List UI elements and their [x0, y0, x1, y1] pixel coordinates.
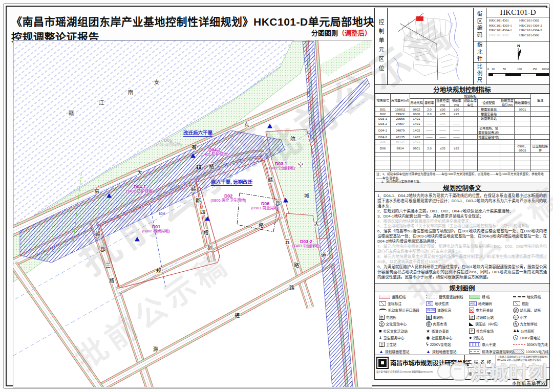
legend-hatch-gray-icon — [513, 350, 524, 354]
map-label-路: 路 — [203, 229, 209, 235]
map-label-路: 路 — [289, 285, 295, 291]
legend-item: 九九年制学校 — [513, 321, 549, 327]
legend-label: 110KV变电站 — [520, 335, 540, 340]
map-annotation: 原六干渠, 远期改迁 — [211, 178, 252, 186]
table-cell: 34879 — [391, 126, 410, 135]
legend-label: 社区文化活动站 — [383, 329, 408, 334]
scale-tick: 0 — [487, 68, 489, 71]
legend-item: ★街道办事处 — [426, 329, 469, 334]
map-label-江: 江 — [99, 100, 104, 106]
table-cell: 地面宏基站 — [478, 117, 500, 121]
legend-label: 绿 线 — [482, 294, 490, 299]
plan-map: 赣江南支富大有东路航空城大道赣郡四路赣郡三路赣郡五路规划路滁槎路 — [13, 40, 372, 387]
table-cell — [531, 107, 550, 112]
legend-item: 地块界线 — [513, 294, 549, 299]
legend-item: ϟ220KV变电站 — [426, 342, 469, 347]
legend-item: 500KV电力线 — [513, 342, 549, 347]
legend-label: 地块界线 — [527, 294, 541, 299]
table-title: 分地块规划控制指标 — [375, 85, 549, 94]
table-cell: 0901 — [515, 107, 531, 112]
parcel-label-D03-1: D03-1(1401 公园绿地) — [267, 161, 295, 171]
table-cell: ≥25 — [450, 112, 463, 116]
provisions-text: 1、D04-1、D04-2地块内的水系为现状六干渠改线后的位置，在保证水系连通及… — [375, 192, 549, 283]
parcel-label-D01: D01(0802 科研用地) — [142, 224, 170, 234]
table-cell — [500, 117, 515, 121]
legend-item: ◉社区服务中心 — [426, 335, 469, 340]
provision-item: 4、图则区域内地块建筑高度应符合机场净空高度要求； — [377, 219, 547, 224]
provision-item: 7、单元内地块应按相关规定预留、配建电动汽车停车位和充电桩，D01、D02、D0… — [377, 244, 547, 254]
table-cell: 2.0 — [423, 107, 436, 112]
legend-tag-icon: 24.00 — [426, 308, 436, 313]
legend-item: 小小学 — [513, 315, 549, 320]
table-cell — [500, 112, 515, 116]
north-letter: N — [517, 43, 520, 48]
table-cell: D01 — [375, 107, 391, 112]
legend-label: 社会停车场 — [476, 329, 494, 334]
legend-box-icon: 邮 — [426, 315, 432, 320]
table-cell: 0806 — [410, 112, 423, 116]
legend-label: 九年制学校 — [520, 321, 538, 326]
table-cell — [463, 144, 478, 153]
scale-bar: 01050100150200M — [486, 63, 549, 85]
legend-item: 建筑后退控制线 — [426, 294, 469, 299]
legend-label: 机动车禁止开口路段 — [388, 308, 419, 313]
legend-label: 原六干渠 — [482, 342, 496, 347]
legend-item: R2地块性质 — [426, 301, 469, 306]
map-label-赣: 赣 — [191, 186, 197, 192]
map-label-郡: 郡 — [196, 198, 201, 204]
table-cell — [463, 139, 478, 144]
map-label-槎: 槎 — [235, 312, 240, 318]
table-cell — [463, 107, 478, 112]
table-cell — [531, 121, 550, 126]
block-code-list: HKC101-D01HKC101-D02HKC101-D03-1HKC101-D… — [486, 17, 549, 37]
legend-item: ϟ110KV变电站 — [513, 335, 549, 340]
legend-label: 社区服务中心 — [432, 335, 453, 340]
map-label-赣: 赣 — [95, 231, 101, 237]
table-cell: —— — [423, 117, 436, 121]
project-number-value — [496, 367, 549, 379]
table-cell: 2.0 — [423, 144, 436, 153]
indicator-table: 地块编号用地面积(㎡)规划指标备注用地代码容积率建筑密度(%)绿地率(%)机动车… — [375, 94, 549, 171]
legend-circle-icon: 文 — [379, 321, 385, 327]
legend-item: 卫卫生站 — [379, 342, 426, 347]
map-label-路: 路 — [294, 262, 300, 268]
right-panel: 控制单元区位 — [374, 8, 550, 380]
legend-dash-black-icon — [513, 296, 525, 297]
scale-tick: 150 — [533, 68, 537, 71]
table-cell: 0902、0903 — [515, 144, 531, 153]
table-cell: 0901 — [410, 144, 423, 153]
table-cell: D04-2 — [375, 135, 391, 139]
map-label-南: 南 — [128, 90, 134, 96]
legend-label: 消防站 — [473, 335, 483, 340]
table-cell — [478, 121, 500, 126]
legend-label: 卫生站 — [386, 342, 396, 347]
table-cell — [515, 112, 531, 116]
legend-item: 机动车禁止开口路段 — [379, 308, 426, 313]
parcel-label-D06: D06(0901 商业用地) — [251, 201, 279, 211]
table-cell: 86724 — [391, 139, 410, 144]
parcel-label-D03-2: D03-2(1401 公园绿地) — [292, 239, 320, 249]
block-code-HKC101-D06: HKC101-D06 — [519, 33, 549, 37]
institute-cert: 设计证书编号:自资规甲字21360244 建筑甲级A136001290 — [376, 370, 463, 373]
table-row-D05: D05867241401—————— — [375, 139, 550, 144]
plan-sheet: 《南昌市瑶湖组团东岸产业基地控制性详细规划》HKC101-D单元局部地块控规调整… — [0, 0, 553, 392]
map-label-路: 路 — [259, 222, 264, 228]
table-cell: —— — [423, 126, 436, 135]
legend-circle-icon: 菜 — [426, 321, 432, 327]
locator-highlight-unit — [416, 16, 423, 21]
legend-label: 坐标标注 — [388, 301, 401, 306]
subtitle-adjusted: （调整后） — [338, 29, 371, 37]
legend-item: 1000KV电力线 — [513, 349, 549, 354]
legend-item: 绿 线 — [469, 294, 513, 299]
map-label-城: 城 — [304, 192, 310, 199]
table-cell — [515, 121, 531, 126]
table-cell — [500, 126, 515, 135]
scale-tick: 50 — [503, 68, 506, 71]
table-cell: 1402 — [410, 135, 423, 139]
legend-box-icon: P — [469, 329, 475, 334]
table-cell — [478, 139, 500, 144]
provision-item: 8、单元内地块建筑高度应满足航空城机场净空高度控制要求，80米净空线以南建筑高度… — [377, 254, 547, 265]
block-code-HKC101-D03-2: HKC101-D03-2 — [519, 24, 549, 27]
table-cell: 楼面宏基站 — [478, 112, 500, 116]
legend-wc-icon: ♟♟ — [513, 329, 519, 333]
